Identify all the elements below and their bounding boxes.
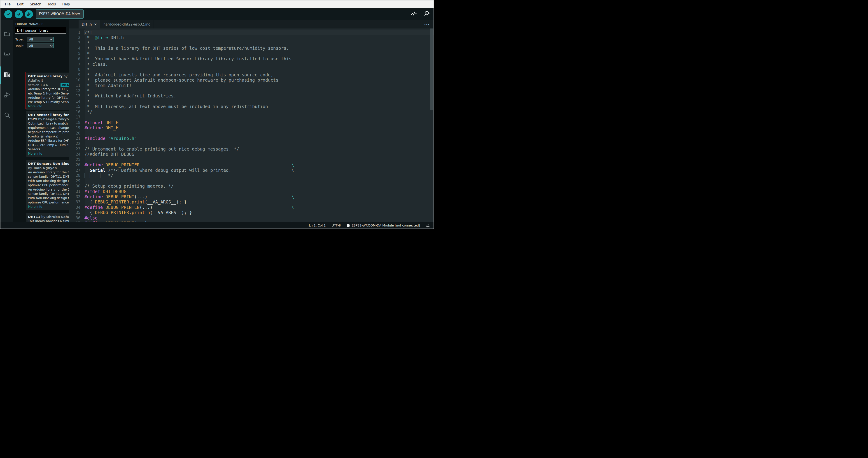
code-line-28: 28▏ ▏ ▏ ▏ */ <box>69 173 434 178</box>
chip-icon <box>347 224 350 227</box>
line-number: 14 <box>69 99 81 104</box>
line-number: 12 <box>69 88 81 93</box>
line-number: 24 <box>69 152 81 157</box>
code-line-8: 8 * <box>69 67 434 72</box>
line-number: 37 <box>69 221 81 222</box>
menu-item-tools[interactable]: Tools <box>44 0 59 8</box>
line-number: 7 <box>69 62 81 67</box>
line-number: 15 <box>69 104 81 109</box>
code-line-29: 29 <box>69 178 434 183</box>
code-line-20: 20 <box>69 131 434 136</box>
line-number: 36 <box>69 216 81 221</box>
code-line-27: 27 Serial /**< Define where debug output… <box>69 168 434 173</box>
library-card-1[interactable]: DHT sensor library by AdafruitVersion 1.… <box>26 73 69 110</box>
line-number: 19 <box>69 125 81 131</box>
arduino-ide-window: FileEditSketchToolsHelp ESP32-WROOM-DA M… <box>0 0 434 229</box>
line-number: 6 <box>69 56 81 61</box>
menu-item-sketch[interactable]: Sketch <box>27 0 44 8</box>
status-bar: Ln 1, Col 1 UTF-8 ESP32-WROOM-DA Module … <box>0 222 434 229</box>
upload-button[interactable] <box>15 10 23 18</box>
panel-title: LIBRARY MANAGER <box>16 22 43 26</box>
code-line-19: 19#define DHT_H <box>69 125 434 131</box>
library-description-line: sensor family (DHT11, DHT22,...). <box>28 192 69 196</box>
library-description-line: negative temperature problem <box>28 130 69 134</box>
activity-sidebar <box>0 20 13 222</box>
sidebar-item-library-manager[interactable] <box>0 65 13 85</box>
close-icon[interactable]: × <box>94 22 97 26</box>
library-description-line: Arduino library for DHT11, DHT22, <box>28 87 69 91</box>
cursor-position: Ln 1, Col 1 <box>309 224 326 227</box>
code-line-6: 6 * You must have Adafruit Unified Senso… <box>69 56 434 61</box>
chevron-down-icon <box>50 37 53 40</box>
type-filter-row: Type: All <box>16 37 54 42</box>
code-line-3: 3 * <box>69 40 434 46</box>
line-number: 1 <box>69 30 81 35</box>
line-number: 23 <box>69 146 81 152</box>
line-number: 25 <box>69 157 81 162</box>
library-description-line: Arduino ESP library for DHT11, <box>28 139 69 143</box>
check-icon <box>6 12 10 17</box>
chevron-down-icon <box>50 44 53 47</box>
code-line-17: 17 <box>69 115 434 120</box>
line-number: 9 <box>69 72 81 78</box>
editor-more-actions[interactable]: ··· <box>424 20 430 28</box>
line-number: 28 <box>69 173 81 178</box>
debug-button[interactable] <box>25 10 33 18</box>
more-info-link[interactable]: More info <box>28 205 69 209</box>
code-line-13: 13 * Written by Adafruit Industries. <box>69 93 434 98</box>
sidebar-item-boards-manager[interactable] <box>0 45 13 65</box>
tab-label: DHT.h <box>82 22 92 26</box>
notifications-bell-icon[interactable] <box>426 223 430 228</box>
sidebar-item-search[interactable] <box>0 106 13 126</box>
menu-item-file[interactable]: File <box>2 0 14 8</box>
library-title: DHT11 by Dhruba Saha <box>28 215 69 219</box>
editor-vertical-scrollbar[interactable] <box>430 28 433 110</box>
debug-icon <box>3 91 10 99</box>
code-line-4: 4 * This is a library for DHT series of … <box>69 46 434 51</box>
search-icon <box>4 112 10 120</box>
line-number: 5 <box>69 51 81 56</box>
library-search-input[interactable] <box>15 27 66 34</box>
line-number: 29 <box>69 178 81 183</box>
topic-filter-select[interactable]: All <box>27 43 54 48</box>
menu-bar: FileEditSketchToolsHelp <box>0 0 434 8</box>
serial-plotter-button[interactable] <box>410 10 417 18</box>
verify-button[interactable] <box>4 10 12 18</box>
library-icon <box>3 71 10 79</box>
library-version: Version 1.4.6 <box>28 83 61 87</box>
library-title: DHT sensor library by Adafruit <box>28 74 69 83</box>
board-selector[interactable]: ESP32-WROOM-DA Module <box>36 9 84 19</box>
code-line-7: 7 * class. <box>69 62 434 67</box>
library-card-3[interactable]: DHT Sensors Non-Blocking by Toan NguyenA… <box>26 160 69 210</box>
line-number: 34 <box>69 205 81 210</box>
library-card-4[interactable]: DHT11 by Dhruba SahaThis library provide… <box>26 213 69 222</box>
serial-monitor-button[interactable] <box>423 10 430 18</box>
library-description-line: (credits @helijunky) <box>28 134 69 139</box>
library-description-line: An Arduino library for the DHT <box>28 188 69 192</box>
code-line-26: 26#define DEBUG_PRINTER \ <box>69 162 434 168</box>
library-description-line: optimize CPU performance. <box>28 200 69 205</box>
library-card-2[interactable]: DHT sensor library for ESPx by beegee_to… <box>26 111 69 157</box>
topic-filter-row: Topic: All <box>16 43 54 48</box>
line-number: 10 <box>69 78 81 83</box>
menu-item-help[interactable]: Help <box>59 0 73 8</box>
tab-dht-h[interactable]: DHT.h× <box>79 20 100 28</box>
library-description-line: optimize CPU performance. <box>28 183 69 188</box>
line-number: 27 <box>69 168 81 173</box>
serial-monitor-icon <box>423 10 430 17</box>
library-description-line: With Non-Blocking design to <box>28 179 69 183</box>
more-info-link[interactable]: More info <box>28 104 69 109</box>
editor-area[interactable]: DHT.h×hardcoded-dht22-esp32.ino ··· 1/*!… <box>69 20 434 222</box>
sidebar-item-debug[interactable] <box>0 85 13 105</box>
sidebar-item-sketchbook[interactable] <box>0 24 13 44</box>
more-info-link[interactable]: More info <box>28 151 69 156</box>
code-line-34: 34#define DEBUG_PRINTLN(...) \ <box>69 205 434 210</box>
tab-hardcoded-dht22-esp32-ino[interactable]: hardcoded-dht22-esp32.ino <box>100 20 154 28</box>
code-line-16: 16 */ <box>69 109 434 115</box>
type-filter-select[interactable]: All <box>27 37 54 42</box>
line-number: 2 <box>69 35 81 40</box>
line-number: 21 <box>69 136 81 141</box>
menu-item-edit[interactable]: Edit <box>14 0 27 8</box>
line-number: 30 <box>69 183 81 189</box>
serial-plotter-icon <box>410 10 417 17</box>
